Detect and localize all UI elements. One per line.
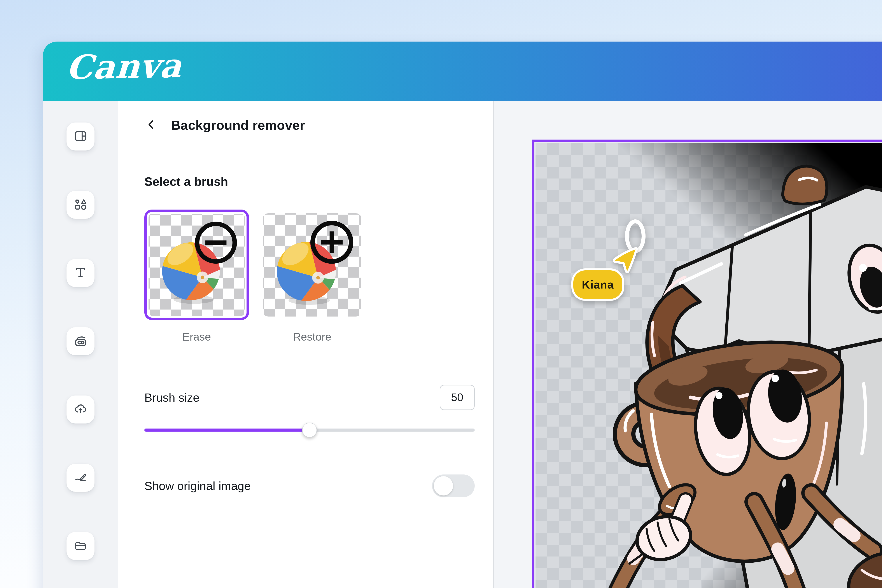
brush-size-fill <box>144 429 309 432</box>
brand-icon <box>73 333 88 349</box>
toggle-knob <box>434 476 453 495</box>
back-button[interactable] <box>144 118 158 132</box>
sidebar-item-projects[interactable] <box>66 532 94 560</box>
canvas-transparency-checkerboard <box>536 143 882 588</box>
background-remover-panel: Background remover Select a brush <box>118 100 494 588</box>
app-header: Canva <box>43 42 882 100</box>
text-icon <box>73 265 88 281</box>
brush-size-slider[interactable] <box>144 422 475 438</box>
sidebar-rail <box>43 100 118 588</box>
plus-circle-icon <box>313 223 351 261</box>
design-icon <box>73 129 88 144</box>
sidebar-item-uploads[interactable] <box>66 396 94 423</box>
restore-label: Restore <box>263 330 362 343</box>
sidebar-item-draw[interactable] <box>66 464 94 492</box>
draw-icon <box>73 470 88 486</box>
show-original-label: Show original image <box>144 479 250 493</box>
app-window: Canva <box>43 42 882 588</box>
beach-ball-restore-thumbnail <box>263 213 362 316</box>
brush-option-labels: Erase Restore <box>144 330 475 343</box>
image-canvas[interactable] <box>532 140 882 588</box>
brush-options <box>144 210 475 320</box>
sidebar-item-text[interactable] <box>66 259 94 287</box>
projects-icon <box>73 538 88 554</box>
beach-ball-erase-thumbnail <box>148 214 245 316</box>
chevron-left-icon <box>145 118 158 132</box>
elements-icon <box>73 197 88 213</box>
panel-body: Select a brush <box>118 150 493 588</box>
sidebar-item-elements[interactable] <box>66 191 94 219</box>
uploads-icon <box>73 402 88 417</box>
brush-size-thumb[interactable] <box>302 423 317 438</box>
sidebar-item-design[interactable] <box>66 123 94 150</box>
panel-header: Background remover <box>118 100 493 150</box>
erase-label: Erase <box>144 330 249 343</box>
brush-section-heading: Select a brush <box>144 174 475 189</box>
show-original-toggle[interactable] <box>432 474 475 497</box>
brush-option-erase[interactable] <box>144 210 249 320</box>
canva-logo[interactable]: Canva <box>66 49 183 84</box>
panel-title: Background remover <box>171 118 305 133</box>
brush-option-restore[interactable] <box>263 213 362 316</box>
brush-size-label: Brush size <box>144 391 200 404</box>
minus-circle-icon <box>197 224 235 262</box>
brush-size-value[interactable]: 50 <box>440 385 475 410</box>
coffee-pot-and-cup-artwork <box>536 143 882 588</box>
sidebar-item-brand[interactable] <box>66 327 94 355</box>
